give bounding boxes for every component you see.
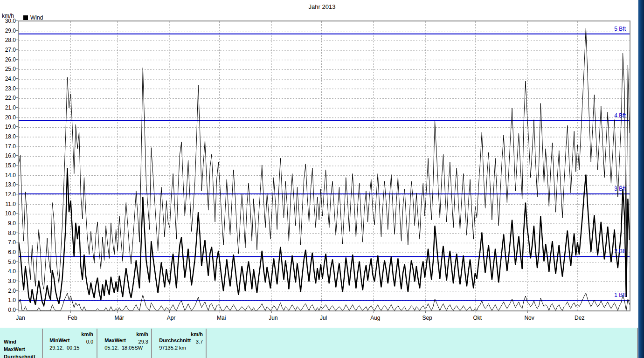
y-tick-label: 17.0 — [0, 144, 16, 149]
x-tick-label-feb: Feb — [68, 315, 77, 321]
y-tick-label: 7.0 — [0, 240, 16, 245]
y-tick-label: 13.0 — [0, 182, 16, 187]
durchschnitt-distance: 97135.2 km — [159, 345, 186, 351]
x-tick-mark — [271, 311, 272, 313]
y-tick-mark — [16, 146, 18, 146]
y-tick-label: 29.0 — [0, 28, 16, 34]
table-value-durchschnitt: 97135.2 km 3.7 — [153, 339, 203, 358]
y-tick-mark — [16, 155, 18, 156]
maxwert-datetime: 05.12. 18:05 — [104, 345, 134, 351]
y-tick-mark — [16, 184, 18, 185]
y-tick-label: 16.0 — [0, 153, 16, 158]
plot-area — [18, 21, 630, 311]
legend-label: Wind — [30, 14, 43, 21]
chart-legend: Wind — [23, 14, 43, 21]
y-tick-mark — [16, 126, 18, 127]
y-tick-mark — [16, 136, 18, 137]
x-tick-mark — [476, 311, 476, 313]
table-value-maxwert: 05.12. 18:05SW 29.3 — [99, 339, 148, 358]
y-tick-mark — [16, 204, 18, 204]
y-tick-mark — [16, 233, 18, 233]
x-tick-label-jan: Jan — [16, 315, 25, 321]
y-tick-label: 26.0 — [0, 57, 16, 62]
beaufort-label: 3 Bft — [614, 186, 626, 192]
beaufort-label: 5 Bft — [614, 26, 626, 32]
y-tick-mark — [16, 21, 18, 21]
y-tick-label: 5.0 — [0, 259, 16, 265]
y-tick-mark — [16, 40, 18, 40]
x-tick-mark — [425, 311, 426, 313]
x-tick-label-jul: Jul — [320, 315, 327, 321]
y-tick-mark — [16, 271, 18, 271]
desktop-background-strip — [638, 0, 644, 358]
y-tick-mark — [16, 242, 18, 242]
y-tick-mark — [16, 252, 18, 252]
y-tick-mark — [16, 107, 18, 108]
x-tick-mark — [70, 311, 71, 313]
y-tick-mark — [16, 281, 18, 281]
x-tick-label-dez: Dez — [575, 315, 584, 321]
x-tick-mark — [19, 311, 19, 313]
y-tick-label: 30.0 — [0, 18, 16, 24]
x-tick-mark — [118, 311, 118, 313]
y-tick-label: 8.0 — [0, 230, 16, 236]
chart-canvas — [19, 21, 630, 310]
durchschnitt-unit: km/h — [191, 331, 203, 337]
y-tick-label: 3.0 — [0, 278, 16, 284]
y-tick-mark — [16, 300, 18, 300]
summary-table: Wind MaxWert Durchschnitt MinWert km/h 2… — [0, 328, 638, 358]
y-tick-label: 19.0 — [0, 124, 16, 130]
maxwert-direction: SW — [134, 345, 143, 351]
y-tick-mark — [16, 175, 18, 175]
series-line-maxwert — [19, 28, 630, 289]
y-tick-mark — [16, 223, 18, 223]
y-tick-mark — [16, 310, 18, 310]
y-tick-mark — [16, 213, 18, 213]
y-tick-label: 15.0 — [0, 163, 16, 168]
minwert-unit: km/h — [81, 331, 93, 337]
y-tick-mark — [16, 88, 18, 89]
y-tick-label: 14.0 — [0, 172, 16, 178]
table-divider — [206, 329, 207, 358]
series-line-minwert — [19, 293, 630, 310]
y-tick-mark — [16, 165, 18, 165]
minwert-datetime: 29.12. 00:15 — [49, 345, 79, 351]
beaufort-label: 2 Bft — [614, 248, 626, 255]
chart-title: Jahr 2013 — [0, 3, 644, 10]
table-value-minwert: 29.12. 00:15 0.0 — [44, 339, 93, 358]
y-tick-label: 1.0 — [0, 297, 16, 303]
y-tick-label: 18.0 — [0, 134, 16, 139]
x-tick-mark — [374, 311, 374, 313]
table-divider — [97, 329, 97, 358]
y-tick-label: 20.0 — [0, 115, 16, 120]
minwert-value: 0.0 — [86, 339, 93, 345]
y-tick-label: 10.0 — [0, 211, 16, 216]
beaufort-label: 4 Bft — [614, 112, 626, 119]
y-tick-mark — [16, 262, 18, 262]
y-tick-mark — [16, 117, 18, 117]
y-tick-label: 2.0 — [0, 288, 16, 294]
table-row-label-durchschnitt: Durchschnitt — [4, 354, 35, 358]
y-tick-mark — [16, 49, 18, 50]
x-tick-label-nov: Nov — [524, 315, 534, 321]
maxwert-unit: km/h — [136, 331, 148, 337]
y-tick-label: 25.0 — [0, 66, 16, 72]
y-tick-label: 12.0 — [0, 192, 16, 197]
y-tick-mark — [16, 59, 18, 60]
durchschnitt-value: 3.7 — [196, 339, 203, 345]
y-tick-label: 11.0 — [0, 201, 16, 207]
x-tick-label-mär: Mär — [114, 315, 124, 321]
y-tick-mark — [16, 194, 18, 194]
x-tick-label-aug: Aug — [370, 315, 380, 321]
x-tick-mark — [578, 311, 578, 313]
table-divider — [151, 329, 152, 358]
y-tick-label: 24.0 — [0, 76, 16, 82]
table-divider — [42, 329, 43, 358]
x-tick-label-apr: Apr — [167, 315, 176, 321]
x-tick-label-jun: Jun — [269, 315, 277, 321]
y-tick-label: 21.0 — [0, 105, 16, 110]
y-tick-label: 27.0 — [0, 47, 16, 53]
y-tick-label: 28.0 — [0, 37, 16, 43]
y-tick-label: 0.0 — [0, 307, 16, 313]
x-tick-mark — [220, 311, 220, 313]
